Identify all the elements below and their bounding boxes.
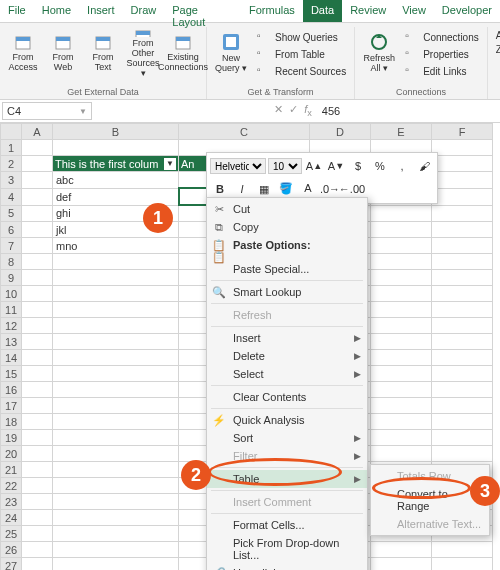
cell-A17[interactable] bbox=[22, 398, 53, 414]
cell-F1[interactable] bbox=[432, 140, 493, 156]
cell-F20[interactable] bbox=[432, 446, 493, 462]
cell-A18[interactable] bbox=[22, 414, 53, 430]
cell-A25[interactable] bbox=[22, 526, 53, 542]
cell-A3[interactable] bbox=[22, 172, 53, 189]
menu-hyperlink-[interactable]: 🔗Hyperlink... bbox=[207, 564, 367, 570]
cell-F27[interactable] bbox=[432, 558, 493, 571]
recent-sources-button[interactable]: ▫Recent Sources bbox=[255, 63, 348, 79]
row-header-21[interactable]: 21 bbox=[1, 462, 22, 478]
col-header-D[interactable]: D bbox=[310, 124, 371, 140]
row-header-24[interactable]: 24 bbox=[1, 510, 22, 526]
cell-F11[interactable] bbox=[432, 302, 493, 318]
tab-developer[interactable]: Developer bbox=[434, 0, 500, 22]
cell-A26[interactable] bbox=[22, 542, 53, 558]
menu-copy[interactable]: ⧉Copy bbox=[207, 218, 367, 236]
size-select[interactable]: 10 bbox=[268, 158, 302, 174]
tab-file[interactable]: File bbox=[0, 0, 34, 22]
tab-page-layout[interactable]: Page Layout bbox=[164, 0, 241, 22]
cell-E20[interactable] bbox=[371, 446, 432, 462]
cell-B3[interactable]: abc bbox=[53, 172, 179, 189]
cell-A27[interactable] bbox=[22, 558, 53, 571]
cell-F19[interactable] bbox=[432, 430, 493, 446]
new-query-button[interactable]: New Query ▾ bbox=[211, 27, 251, 79]
cell-A9[interactable] bbox=[22, 270, 53, 286]
row-header-20[interactable]: 20 bbox=[1, 446, 22, 462]
cell-B11[interactable] bbox=[53, 302, 179, 318]
formula-input[interactable]: 456 bbox=[318, 103, 500, 119]
cell-B14[interactable] bbox=[53, 350, 179, 366]
cell-E6[interactable] bbox=[371, 222, 432, 238]
col-header-E[interactable]: E bbox=[371, 124, 432, 140]
show-queries-button[interactable]: ▫Show Queries bbox=[255, 29, 348, 45]
refresh-all-button[interactable]: Refresh All ▾ bbox=[359, 27, 399, 79]
cell-B9[interactable] bbox=[53, 270, 179, 286]
tab-insert[interactable]: Insert bbox=[79, 0, 123, 22]
cell-F6[interactable] bbox=[432, 222, 493, 238]
cell-B22[interactable] bbox=[53, 478, 179, 494]
edit-links-button[interactable]: ▫Edit Links bbox=[403, 63, 481, 79]
row-header-10[interactable]: 10 bbox=[1, 286, 22, 302]
col-header-A[interactable]: A bbox=[22, 124, 53, 140]
name-box[interactable]: C4 ▼ bbox=[2, 102, 92, 120]
increase-decimal-icon[interactable]: ←.00 bbox=[342, 179, 362, 199]
cell-F7[interactable] bbox=[432, 238, 493, 254]
cell-F8[interactable] bbox=[432, 254, 493, 270]
from-web-button[interactable]: From Web bbox=[44, 27, 82, 79]
cell-B7[interactable]: mno bbox=[53, 238, 179, 254]
cell-B12[interactable] bbox=[53, 318, 179, 334]
filter-dropdown-icon[interactable]: ▼ bbox=[164, 158, 176, 170]
from-table-button[interactable]: ▫From Table bbox=[255, 46, 348, 62]
cell-A13[interactable] bbox=[22, 334, 53, 350]
row-header-22[interactable]: 22 bbox=[1, 478, 22, 494]
cell-A22[interactable] bbox=[22, 478, 53, 494]
enter-icon[interactable]: ✓ bbox=[289, 103, 298, 118]
cell-A8[interactable] bbox=[22, 254, 53, 270]
cell-F14[interactable] bbox=[432, 350, 493, 366]
cell-B8[interactable] bbox=[53, 254, 179, 270]
col-header-F[interactable]: F bbox=[432, 124, 493, 140]
menu-pick-from-drop-down-list-[interactable]: Pick From Drop-down List... bbox=[207, 534, 367, 564]
properties-button[interactable]: ▫Properties bbox=[403, 46, 481, 62]
cell-E17[interactable] bbox=[371, 398, 432, 414]
menu-sort[interactable]: Sort▶ bbox=[207, 429, 367, 447]
cell-F2[interactable] bbox=[432, 156, 493, 172]
cell-F5[interactable] bbox=[432, 205, 493, 222]
from-text-button[interactable]: From Text bbox=[84, 27, 122, 79]
cell-E13[interactable] bbox=[371, 334, 432, 350]
cell-E12[interactable] bbox=[371, 318, 432, 334]
cell-F15[interactable] bbox=[432, 366, 493, 382]
cell-B24[interactable] bbox=[53, 510, 179, 526]
cell-F10[interactable] bbox=[432, 286, 493, 302]
cell-E19[interactable] bbox=[371, 430, 432, 446]
increase-font-icon[interactable]: A▲ bbox=[304, 156, 324, 176]
cell-B10[interactable] bbox=[53, 286, 179, 302]
sort-za-button[interactable]: Z↓A bbox=[494, 43, 500, 56]
italic-button[interactable]: I bbox=[232, 179, 252, 199]
tab-view[interactable]: View bbox=[394, 0, 434, 22]
cell-B27[interactable] bbox=[53, 558, 179, 571]
cell-A12[interactable] bbox=[22, 318, 53, 334]
cell-E14[interactable] bbox=[371, 350, 432, 366]
menu-select[interactable]: Select▶ bbox=[207, 365, 367, 383]
row-header-15[interactable]: 15 bbox=[1, 366, 22, 382]
cell-E8[interactable] bbox=[371, 254, 432, 270]
cell-F4[interactable] bbox=[432, 188, 493, 205]
cell-B25[interactable] bbox=[53, 526, 179, 542]
cell-B2[interactable]: This is the first colum▼ bbox=[53, 156, 179, 172]
menu-insert[interactable]: Insert▶ bbox=[207, 329, 367, 347]
cell-B23[interactable] bbox=[53, 494, 179, 510]
tab-data[interactable]: Data bbox=[303, 0, 342, 22]
cell-B13[interactable] bbox=[53, 334, 179, 350]
row-header-13[interactable]: 13 bbox=[1, 334, 22, 350]
cell-A6[interactable] bbox=[22, 222, 53, 238]
cell-E16[interactable] bbox=[371, 382, 432, 398]
row-header-19[interactable]: 19 bbox=[1, 430, 22, 446]
cell-F13[interactable] bbox=[432, 334, 493, 350]
cell-E11[interactable] bbox=[371, 302, 432, 318]
menu-paste-special-[interactable]: Paste Special... bbox=[207, 260, 367, 278]
cell-E7[interactable] bbox=[371, 238, 432, 254]
menu-smart-lookup[interactable]: 🔍Smart Lookup bbox=[207, 283, 367, 301]
menu-paste-options-[interactable]: 📋Paste Options: bbox=[207, 236, 367, 254]
cell-A1[interactable] bbox=[22, 140, 53, 156]
row-header-5[interactable]: 5 bbox=[1, 205, 22, 222]
